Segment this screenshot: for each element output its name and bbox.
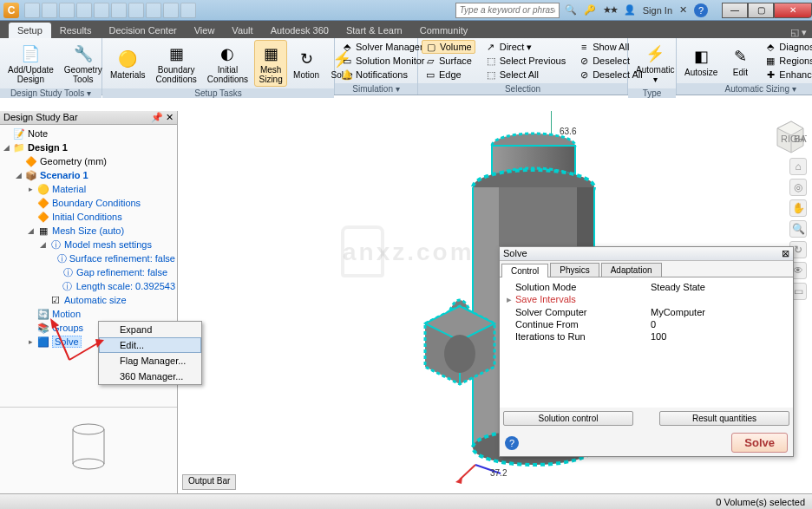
deselect-icon: ⊘ xyxy=(578,55,590,67)
tree-mesh[interactable]: ◢▦Mesh Size (auto) xyxy=(2,224,175,238)
add-update-design-button[interactable]: 📄Add/Update Design xyxy=(3,40,58,87)
iterations-row[interactable]: Iterations to Run100 xyxy=(503,330,789,343)
pan-button[interactable]: ✋ xyxy=(789,199,807,217)
signin-link[interactable]: Sign In xyxy=(643,5,672,16)
tree-note[interactable]: 📝Note xyxy=(2,127,175,140)
note-icon: 📝 xyxy=(13,127,25,140)
tree-design[interactable]: ◢📁Design 1 xyxy=(2,140,175,154)
tab-decision-center[interactable]: Decision Center xyxy=(100,23,185,38)
regions-button[interactable]: ▦Regions xyxy=(762,54,812,68)
qat-btn[interactable] xyxy=(76,3,92,18)
save-intervals-row[interactable]: ▸Save Intervals xyxy=(503,293,789,306)
mesh-sizing-button[interactable]: ▦Mesh Sizing xyxy=(254,40,287,87)
minimize-button[interactable]: — xyxy=(722,3,748,18)
tree-material[interactable]: ▸🟡Material xyxy=(2,182,175,196)
search-input[interactable] xyxy=(455,3,560,18)
ribbon-group-label[interactable]: Design Study Tools ▾ xyxy=(0,88,102,98)
edge-select-button[interactable]: ▭Edge xyxy=(422,68,475,82)
view-cube[interactable]: RIGHT BACK xyxy=(769,116,807,154)
result-quantities-button[interactable]: Result quantities xyxy=(659,411,789,426)
tree-geometry[interactable]: 🔶Geometry (mm) xyxy=(2,154,175,168)
notifications-button[interactable]: 🔔Notifications xyxy=(338,68,428,82)
tree-gapref[interactable]: ⓘGap refinement: false xyxy=(2,265,175,279)
select-all-button[interactable]: ⬚Select All xyxy=(482,68,568,82)
tab-community[interactable]: Community xyxy=(411,23,477,38)
solver-computer-row[interactable]: Solver ComputerMyComputer xyxy=(503,306,789,318)
key-icon[interactable]: 🔑 xyxy=(584,4,596,16)
volume-select-button[interactable]: ▢Volume xyxy=(422,40,475,54)
ctx-edit[interactable]: Edit... xyxy=(99,337,201,353)
diagnostics-button[interactable]: ⬘Diagnostics xyxy=(762,40,812,54)
tree-initial[interactable]: 🔶Initial Conditions xyxy=(2,210,175,224)
tree-panel-title: Design Study Bar 📌 ✕ xyxy=(0,111,177,125)
regions-icon: ▦ xyxy=(764,55,776,67)
tree-length[interactable]: ⓘLength scale: 0.392543 xyxy=(2,279,175,293)
close-small-icon[interactable]: ✕ xyxy=(679,4,687,16)
ribbon-group-label[interactable]: Automatic Sizing ▾ xyxy=(677,83,812,95)
enhancement-button[interactable]: ✚Enhancement xyxy=(762,68,812,82)
qat-btn[interactable] xyxy=(59,3,75,18)
tree-scenario[interactable]: ◢📦Scenario 1 xyxy=(2,168,175,182)
tab-setup[interactable]: Setup xyxy=(9,23,51,38)
help-icon[interactable]: ? xyxy=(694,3,708,17)
solution-control-button[interactable]: Solution control xyxy=(503,411,633,426)
qat-btn[interactable] xyxy=(163,3,179,18)
rating-icon[interactable]: ★★ xyxy=(603,4,617,16)
output-bar-tab[interactable]: Output Bar xyxy=(182,474,236,490)
motion-button[interactable]: ↻Motion xyxy=(289,45,324,82)
home-view-button[interactable]: ⌂ xyxy=(789,158,807,175)
close-button[interactable]: ✕ xyxy=(774,3,812,18)
help-icon[interactable]: ? xyxy=(505,436,519,450)
tree-autosize[interactable]: ☑Automatic size xyxy=(2,293,175,307)
surface-select-button[interactable]: ▱Surface xyxy=(422,54,475,68)
zoom-button[interactable]: 🔍 xyxy=(789,220,807,238)
tab-results[interactable]: Results xyxy=(51,23,101,38)
tab-autodesk360[interactable]: Autodesk 360 xyxy=(262,23,337,38)
ctx-360-manager[interactable]: 360 Manager... xyxy=(99,369,201,384)
boundary-conditions-button[interactable]: ▦Boundary Conditions xyxy=(152,40,201,87)
tree-boundary[interactable]: 🔶Boundary Conditions xyxy=(2,196,175,210)
tab-adaptation[interactable]: Adaptation xyxy=(601,263,662,277)
info-icon: ⓘ xyxy=(62,266,74,278)
qat-btn[interactable] xyxy=(146,3,161,18)
ctx-flag-manager[interactable]: Flag Manager... xyxy=(99,353,201,369)
materials-button[interactable]: 🟡Materials xyxy=(106,45,150,82)
maximize-button[interactable]: ▢ xyxy=(748,3,774,18)
geometry-tools-button[interactable]: 🔧Geometry Tools xyxy=(60,40,107,87)
wheel-button[interactable]: ◎ xyxy=(789,179,807,196)
deselect-all-icon: ⊘ xyxy=(578,69,590,81)
dialog-title-bar[interactable]: Solve ⊠ xyxy=(500,247,793,261)
tab-view[interactable]: View xyxy=(186,23,224,38)
menu-tabs: Setup Results Decision Center View Vault… xyxy=(0,21,812,38)
ribbon-group-label[interactable]: Simulation ▾ xyxy=(335,83,417,95)
qat-btn[interactable] xyxy=(42,3,57,18)
tree-motion[interactable]: 🔄Motion xyxy=(2,307,175,321)
solver-manager-button[interactable]: ⬘Solver Manager xyxy=(338,40,428,54)
select-previous-button[interactable]: ⬚Select Previous xyxy=(482,54,568,68)
qat-btn[interactable] xyxy=(94,3,109,18)
solution-monitor-button[interactable]: ▭Solution Monitor xyxy=(338,54,428,68)
qat-btn[interactable] xyxy=(180,3,196,18)
qat-btn[interactable] xyxy=(128,3,144,18)
continue-from-row[interactable]: Continue From0 xyxy=(503,318,789,330)
ctx-expand[interactable]: Expand xyxy=(99,322,201,337)
binoculars-icon[interactable]: 🔍 xyxy=(565,4,577,16)
tab-vault[interactable]: Vault xyxy=(223,23,261,38)
panel-controls[interactable]: 📌 ✕ xyxy=(151,112,174,123)
tree-modelmesh[interactable]: ◢ⓘModel mesh settings xyxy=(2,238,175,251)
qat-btn[interactable] xyxy=(111,3,127,18)
solution-mode-row[interactable]: Solution ModeSteady State xyxy=(503,281,789,293)
tab-control[interactable]: Control xyxy=(501,264,548,277)
qat-btn[interactable] xyxy=(24,3,40,18)
dialog-close-icon[interactable]: ⊠ xyxy=(782,248,789,259)
tree-surfref[interactable]: ⓘSurface refinement: false xyxy=(2,251,175,265)
tab-physics[interactable]: Physics xyxy=(550,263,599,277)
edit-button[interactable]: ✎Edit xyxy=(724,42,756,80)
solve-action-button[interactable]: Solve xyxy=(731,433,788,453)
automatic-type-button[interactable]: ⚡Automatic ▾ xyxy=(632,40,678,87)
initial-conditions-button[interactable]: ◐Initial Conditions xyxy=(203,40,252,87)
tab-start-learn[interactable]: Start & Learn xyxy=(337,23,411,38)
ribbon-toggle-icon[interactable]: ◱ ▾ xyxy=(785,27,812,38)
direct-select-button[interactable]: ↗Direct ▾ xyxy=(482,40,568,54)
autosize-button[interactable]: ◧Autosize xyxy=(680,42,722,80)
